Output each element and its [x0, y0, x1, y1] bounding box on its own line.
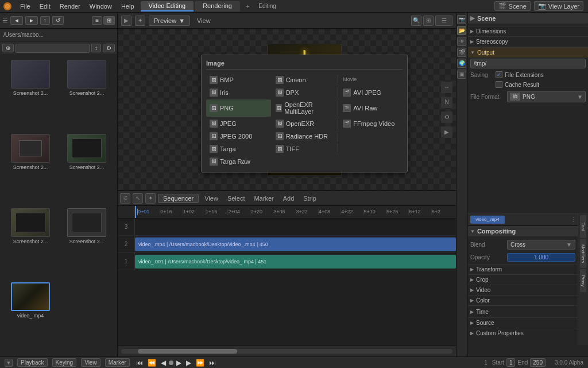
preview-selector[interactable]: Preview ▼ [149, 16, 190, 26]
file-item[interactable]: Screenshot 2... [61, 134, 113, 204]
workspace-video-editing[interactable]: Video Editing [141, 1, 194, 12]
view-layer-selector[interactable]: 📷 View Layer [534, 1, 583, 11]
workspace-rendering[interactable]: Rendering [195, 1, 240, 12]
stereoscopy-section[interactable]: ▶ Stereoscopy [468, 36, 588, 47]
sequencer-marker-menu[interactable]: Marker [250, 194, 277, 203]
preview-sidebar-icon-3[interactable]: ⚙ [441, 112, 452, 123]
preview-options-icon[interactable]: ☰ [435, 16, 452, 26]
tools-icon[interactable]: ✦ [135, 16, 145, 26]
output-icon[interactable]: 📂 [457, 26, 466, 35]
sequencer-label[interactable]: Sequencer [158, 194, 199, 203]
format-item-avi-jpeg-actual[interactable]: 🎬 AVI JPEG [338, 87, 403, 98]
timeline-ruler[interactable]: 0+01 0+16 1+02 1+16 2+04 2+20 3+06 3+22 … [135, 209, 456, 215]
track-lane-1[interactable]: video_.001 | /Users/macbook/Desktop/vide… [135, 253, 456, 270]
jump-end-button[interactable]: ⏭ [207, 359, 218, 367]
start-frame-input[interactable]: 1 [506, 358, 516, 367]
sequencer-editor-type-icon[interactable]: ⚟ [120, 193, 130, 204]
menu-edit[interactable]: Edit [36, 2, 55, 11]
format-item-dpx[interactable]: 🖼 DPX [272, 87, 337, 98]
sequencer-tool-icon[interactable]: ↖ [133, 193, 143, 204]
view-label[interactable]: View [194, 16, 214, 25]
track-lane-3[interactable] [135, 218, 456, 235]
fb-search-input[interactable] [16, 44, 90, 53]
render-icon[interactable]: 📷 [457, 15, 466, 24]
video-header[interactable]: ▶ Video [468, 285, 588, 295]
fb-up-button[interactable]: ↑ [40, 16, 50, 25]
file-item[interactable]: Screenshot 2... [61, 60, 113, 129]
compositing-header[interactable]: ▼ Compositing [468, 226, 588, 236]
view-layer-icon[interactable]: 👁 [457, 37, 466, 46]
end-frame-input[interactable]: 250 [530, 358, 546, 367]
scrollbar-thumb[interactable] [138, 349, 237, 354]
format-item-jpeg[interactable]: 🖼 JPEG [206, 118, 271, 129]
preview-sidebar-icon-1[interactable]: ↔ [441, 82, 452, 93]
format-item-bmp[interactable]: 🖼 BMP [206, 74, 271, 86]
add-workspace-button[interactable]: + [241, 2, 254, 11]
preview-zoom-icon[interactable]: 🔍 [411, 16, 421, 26]
file-item[interactable]: Screenshot 2... [5, 208, 56, 278]
format-item-openexr[interactable]: 🖼 OpenEXR [272, 118, 337, 129]
strip-vtab-proxy[interactable]: Proxy [580, 269, 586, 292]
strip-options-icon[interactable]: ⋮ [571, 216, 577, 223]
file-extensions-checkbox[interactable] [496, 71, 502, 78]
next-frame-button[interactable]: ⏩ [194, 359, 206, 367]
horizontal-scrollbar[interactable] [121, 349, 452, 354]
file-format-select[interactable]: 🖼 PNG ▼ [507, 91, 586, 102]
fb-sort-button[interactable]: ↕ [91, 44, 101, 52]
format-item-avi-raw[interactable]: 🎬 AVI Raw [338, 99, 403, 117]
view-button[interactable]: View [81, 358, 100, 367]
format-item-targa-raw[interactable]: 🖼 Targa Raw [206, 156, 271, 167]
format-item-jpeg2000[interactable]: 🖼 JPEG 2000 [206, 131, 271, 142]
format-item-png[interactable]: 🖼 PNG [206, 99, 271, 117]
marker-button[interactable]: Marker [105, 358, 130, 367]
fb-forward-button[interactable]: ► [25, 16, 38, 25]
track-clip-video-mp4[interactable]: video_.mp4 | /Users/macbook/Desktop/vide… [135, 237, 456, 251]
source-header[interactable]: ▶ Source [468, 317, 588, 328]
play-button[interactable]: ▶ [175, 359, 183, 367]
format-item-cineon[interactable]: 🖼 Cineon [272, 74, 337, 86]
scene-icon-bar[interactable]: 🎬 [457, 48, 466, 57]
sequencer-pivot-icon[interactable]: ✦ [145, 193, 156, 204]
fb-list-view-button[interactable]: ≡ [92, 16, 102, 25]
preview-channels-icon[interactable]: ⊞ [423, 16, 434, 26]
editor-type-icon[interactable]: ▶ [121, 16, 131, 26]
sequencer-add-menu[interactable]: Add [280, 194, 298, 203]
file-item[interactable]: Screenshot 2... [5, 60, 56, 129]
time-header[interactable]: ▶ Time ⟳ [468, 305, 588, 317]
opacity-slider[interactable]: 1.000 [507, 253, 575, 262]
app-logo[interactable] [2, 1, 13, 12]
format-item-targa[interactable]: 🖼 Targa [206, 143, 271, 155]
world-icon[interactable]: 🌍 [457, 59, 466, 68]
custom-properties-header[interactable]: ▶ Custom Properties [468, 328, 588, 338]
sequencer-strip-menu[interactable]: Strip [300, 194, 320, 203]
prev-frame-button[interactable]: ⏪ [146, 359, 158, 367]
output-path-input[interactable] [470, 59, 586, 68]
menu-render[interactable]: Render [56, 2, 84, 11]
menu-file[interactable]: File [16, 2, 34, 11]
track-clip-video-001[interactable]: video_.001 | /Users/macbook/Desktop/vide… [135, 255, 456, 269]
format-item-iris[interactable]: 🖼 Iris [206, 87, 271, 98]
crop-header[interactable]: ▶ Crop [468, 274, 588, 285]
file-item[interactable]: Screenshot 2... [61, 208, 113, 278]
jump-start-button[interactable]: ⏮ [134, 359, 145, 367]
sequencer-select-menu[interactable]: Select [224, 194, 249, 203]
prev-keyframe-button[interactable]: ◀ [159, 359, 168, 367]
fb-back-button[interactable]: ◄ [10, 16, 23, 25]
object-icon[interactable]: ▣ [457, 70, 466, 79]
scene-section-header[interactable]: ▶ Scene [468, 13, 588, 24]
preview-sidebar-icon-4[interactable]: ▶ [441, 126, 452, 138]
file-item[interactable]: Screenshot 2... [5, 134, 56, 204]
playback-button[interactable]: Playback [17, 358, 48, 367]
fb-grid-view-button[interactable]: ⊞ [103, 16, 115, 25]
color-header[interactable]: ▶ Color [468, 295, 588, 305]
fb-reload-button[interactable]: ↺ [52, 16, 64, 25]
menu-window[interactable]: Window [86, 2, 116, 11]
format-item-tiff[interactable]: 🖼 TIFF [272, 143, 337, 155]
strip-vtab-tool[interactable]: Tool [580, 215, 586, 238]
track-lane-2[interactable]: video_.mp4 | /Users/macbook/Desktop/vide… [135, 236, 456, 252]
fb-settings-button[interactable]: ⚙ [103, 44, 115, 52]
format-item-openexr-multi[interactable]: 🖼 OpenEXR MultiLayer [272, 99, 337, 117]
blend-select[interactable]: Cross ▼ [507, 240, 575, 250]
fb-filter-button[interactable]: ⊕ [2, 44, 14, 52]
strip-vtab-modifiers[interactable]: Modifiers [580, 239, 586, 268]
